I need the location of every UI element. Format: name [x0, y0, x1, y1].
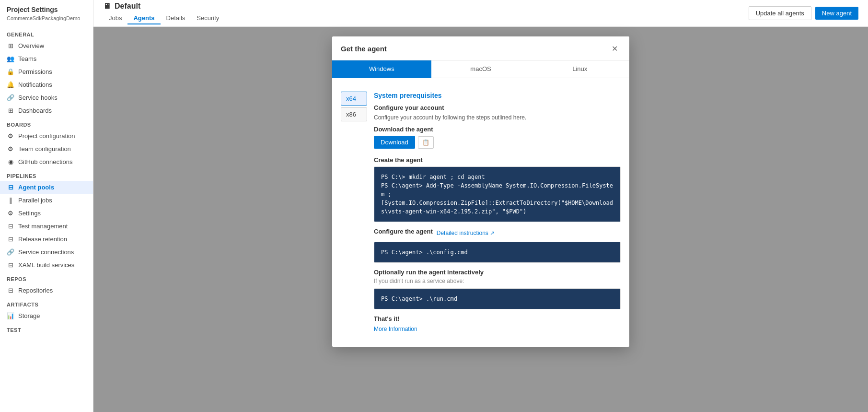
optional-title: Optionally run the agent interactively [374, 269, 621, 276]
sidebar-item-repositories[interactable]: ⊟ Repositories [0, 284, 93, 297]
sidebar-item-agent-pools-label: Agent pools [18, 184, 54, 191]
sidebar-item-dashboards[interactable]: ⊞ Dashboards [0, 104, 93, 117]
topbar-icon: 🖥 [103, 2, 111, 11]
tab-jobs[interactable]: Jobs [103, 12, 127, 24]
sidebar: Project Settings CommerceSdkPackagingDem… [0, 0, 93, 412]
parallel-jobs-icon: ‖ [7, 197, 14, 204]
test-section-header: Test [0, 322, 93, 335]
configure-row: Configure the agent Detailed instruction… [374, 228, 621, 238]
configure-account-title: Configure your account [374, 104, 621, 111]
main-area: 🖥 Default Jobs Agents Details Security U… [93, 0, 868, 412]
detailed-instructions-link[interactable]: Detailed instructions ↗ [437, 230, 495, 236]
download-button[interactable]: Download [374, 136, 415, 149]
create-agent-code: PS C:\> mkdir agent ; cd agent PS C:\age… [374, 167, 620, 222]
modal-header: Get the agent ✕ [332, 36, 629, 60]
service-connections-icon: 🔗 [7, 248, 14, 256]
configure-account-desc: Configure your account by following the … [374, 114, 621, 121]
sidebar-item-test-management-label: Test management [18, 223, 68, 230]
arch-tab-x86[interactable]: x86 [341, 107, 367, 121]
teams-icon: 👥 [7, 55, 14, 62]
topbar-actions: Update all agents New agent [749, 6, 858, 20]
team-config-icon: ⚙ [7, 145, 14, 153]
sidebar-item-project-config[interactable]: ⚙ Project configuration [0, 129, 93, 142]
repos-section-header: Repos [0, 271, 93, 284]
sidebar-item-service-hooks[interactable]: 🔗 Service hooks [0, 91, 93, 104]
overview-icon: ⊞ [7, 42, 14, 49]
sidebar-item-dashboards-label: Dashboards [18, 107, 52, 114]
download-row: Download 📋 [374, 136, 621, 149]
sidebar-item-storage[interactable]: 📊 Storage [0, 309, 93, 322]
optional-desc: If you didn't run as a service above: [374, 278, 621, 284]
project-config-icon: ⚙ [7, 132, 14, 140]
os-tab-linux[interactable]: Linux [530, 60, 629, 78]
notifications-icon: 🔔 [7, 81, 14, 88]
new-agent-button[interactable]: New agent [815, 7, 858, 20]
modal-close-button[interactable]: ✕ [609, 43, 621, 54]
dashboards-icon: ⊞ [7, 107, 14, 114]
sidebar-item-service-connections[interactable]: 🔗 Service connections [0, 246, 93, 259]
sidebar-item-notifications[interactable]: 🔔 Notifications [0, 78, 93, 91]
project-title: Project Settings [0, 0, 93, 15]
boards-section-header: Boards [0, 117, 93, 129]
sidebar-item-permissions[interactable]: 🔒 Permissions [0, 65, 93, 78]
sidebar-item-service-hooks-label: Service hooks [18, 94, 58, 101]
xaml-icon: ⊟ [7, 261, 14, 269]
permissions-icon: 🔒 [7, 68, 14, 75]
create-agent-title: Create the agent [374, 156, 621, 164]
sidebar-item-github-connections[interactable]: ◉ GitHub connections [0, 155, 93, 168]
modal-title: Get the agent [341, 45, 387, 53]
sidebar-item-teams[interactable]: 👥 Teams [0, 52, 93, 65]
arch-tabs: x64 x86 [341, 92, 367, 332]
configure-agent-code: PS C:\agent> .\config.cmd [374, 242, 620, 262]
topbar-tabs: Jobs Agents Details Security [103, 12, 225, 24]
sidebar-item-repositories-label: Repositories [18, 287, 53, 294]
agent-pools-icon: ⊟ [7, 184, 14, 191]
copy-download-button[interactable]: 📋 [418, 136, 434, 149]
sidebar-item-xaml-label: XAML build services [18, 261, 74, 269]
project-subtitle: CommerceSdkPackagingDemo [0, 15, 93, 27]
github-icon: ◉ [7, 158, 14, 165]
tab-security[interactable]: Security [191, 12, 225, 24]
tab-agents[interactable]: Agents [127, 12, 160, 24]
tab-details[interactable]: Details [161, 12, 191, 24]
repositories-icon: ⊟ [7, 287, 14, 294]
sidebar-item-notifications-label: Notifications [18, 81, 52, 88]
modal: Get the agent ✕ Windows macOS Linux x64 … [332, 36, 629, 347]
modal-body: x64 x86 System prerequisites Configure y… [332, 86, 629, 347]
topbar-left: 🖥 Default Jobs Agents Details Security [103, 2, 225, 24]
modal-content-area: x64 x86 System prerequisites Configure y… [341, 86, 621, 338]
sidebar-item-settings-label: Settings [18, 210, 41, 217]
artifacts-section-header: Artifacts [0, 297, 93, 309]
modal-main-content: System prerequisites Configure your acco… [374, 92, 621, 332]
sidebar-item-overview[interactable]: ⊞ Overview [0, 39, 93, 52]
sidebar-item-project-config-label: Project configuration [18, 132, 75, 140]
more-info-link[interactable]: More Information [374, 326, 417, 332]
sidebar-item-settings[interactable]: ⚙ Settings [0, 207, 93, 220]
storage-icon: 📊 [7, 312, 14, 319]
sidebar-item-overview-label: Overview [18, 42, 44, 49]
sidebar-item-test-management[interactable]: ⊟ Test management [0, 220, 93, 233]
os-tab-windows[interactable]: Windows [332, 60, 431, 78]
pipelines-section-header: Pipelines [0, 168, 93, 181]
sidebar-item-agent-pools[interactable]: ⊟ Agent pools [0, 181, 93, 194]
create-agent-code-block: PS C:\> mkdir agent ; cd agent PS C:\age… [374, 166, 621, 222]
download-agent-title: Download the agent [374, 126, 621, 133]
sidebar-item-storage-label: Storage [18, 312, 40, 319]
configure-agent-title: Configure the agent [374, 228, 433, 235]
thats-it-text: That's it! [374, 315, 621, 322]
sidebar-item-xaml-build[interactable]: ⊟ XAML build services [0, 259, 93, 271]
release-retention-icon: ⊟ [7, 235, 14, 243]
os-tab-macos[interactable]: macOS [431, 60, 531, 78]
os-tabs: Windows macOS Linux [332, 60, 629, 78]
service-hooks-icon: 🔗 [7, 94, 14, 101]
sidebar-item-release-retention-label: Release retention [18, 235, 67, 243]
sidebar-item-parallel-jobs[interactable]: ‖ Parallel jobs [0, 194, 93, 207]
sidebar-item-team-config[interactable]: ⚙ Team configuration [0, 142, 93, 155]
sidebar-item-service-connections-label: Service connections [18, 248, 74, 256]
update-all-agents-button[interactable]: Update all agents [749, 6, 811, 20]
general-section-header: General [0, 27, 93, 39]
sidebar-item-release-retention[interactable]: ⊟ Release retention [0, 233, 93, 246]
optional-code: PS C:\agent> .\run.cmd [374, 289, 620, 309]
topbar-title: 🖥 Default [103, 2, 225, 11]
arch-tab-x64[interactable]: x64 [341, 92, 367, 106]
